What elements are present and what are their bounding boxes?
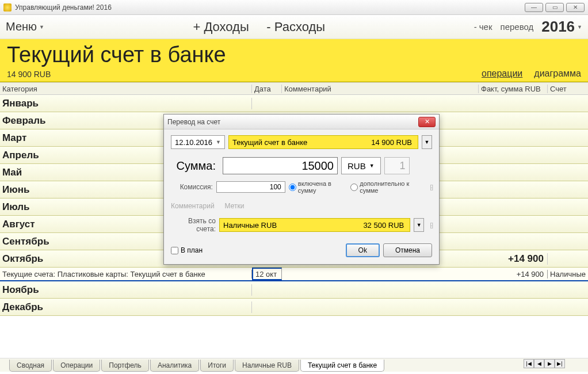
month-row[interactable]: Декабрь xyxy=(0,299,588,316)
bottom-tab[interactable]: Наличные RUB xyxy=(235,360,299,372)
transaction-row[interactable]: Текущие счета: Пластиковые карты: Текущи… xyxy=(0,268,588,281)
chevron-down-icon: ▼ xyxy=(39,24,44,30)
transfer-button[interactable]: перевод xyxy=(501,22,534,32)
tx-account: Наличные xyxy=(548,270,588,278)
tab-scroll-controls: |◀ ◀ ▶ ▶| xyxy=(524,359,565,368)
main-toolbar: Меню ▼ + Доходы - Расходы - чек перевод … xyxy=(0,15,588,39)
grid-header: Категория Дата Комментарий Факт, сумма R… xyxy=(0,82,588,95)
bottom-tab[interactable]: Операции xyxy=(53,360,100,372)
bottom-tab[interactable]: Итоги xyxy=(200,360,234,372)
app-icon xyxy=(3,3,12,12)
radio-included-input[interactable] xyxy=(289,184,296,191)
currency-select[interactable]: RUB ▼ xyxy=(341,157,381,174)
account-balance: 14 900 RUB xyxy=(7,70,51,79)
bottom-tab[interactable]: Сводная xyxy=(9,360,52,372)
toolbar-center: + Доходы - Расходы xyxy=(44,20,474,35)
month-row[interactable]: Январь xyxy=(0,95,588,112)
to-account-name: Текущий счет в банке xyxy=(232,138,307,147)
account-name: Текущий счет в банке xyxy=(7,43,581,67)
app-title: Управляющий деньгами! 2016 xyxy=(15,3,112,12)
tab-chart[interactable]: диаграмма xyxy=(534,68,581,79)
from-account-balance: 32 500 RUB xyxy=(363,221,404,230)
col-category: Категория xyxy=(0,85,252,93)
close-window-button[interactable]: ✕ xyxy=(566,3,585,12)
tab-scroll-next[interactable]: ▶ xyxy=(544,359,555,368)
tab-scroll-prev[interactable]: ◀ xyxy=(534,359,544,368)
cancel-button[interactable]: Отмена xyxy=(383,243,432,257)
plan-checkbox-label: В план xyxy=(181,246,203,254)
month-name: Январь xyxy=(0,98,252,109)
sum-input[interactable] xyxy=(223,157,338,174)
month-fact: +14 900 xyxy=(479,253,548,265)
year-label: 2016 xyxy=(541,18,575,36)
radio-additional-label: дополнительно к сумме xyxy=(360,180,424,194)
income-button[interactable]: + Доходы xyxy=(193,20,249,34)
tab-operations[interactable]: операции xyxy=(482,68,522,79)
from-account-select[interactable]: Наличные RUB 32 500 RUB xyxy=(219,218,410,232)
bottom-tab[interactable]: Портфель xyxy=(101,360,149,372)
chevron-down-icon: ▼ xyxy=(577,24,582,30)
quantity-input[interactable] xyxy=(384,157,410,174)
date-picker[interactable]: 12.10.2016 ▼ xyxy=(171,135,225,149)
col-account: Счет xyxy=(548,85,588,93)
radio-additional-input[interactable] xyxy=(350,184,358,191)
month-name: Ноябрь xyxy=(0,284,252,296)
date-value: 12.10.2016 xyxy=(175,138,212,147)
sum-label: Сумма: xyxy=(171,159,216,173)
currency-label: RUB xyxy=(348,161,366,171)
tab-scroll-last[interactable]: ▶| xyxy=(555,359,565,368)
dialog-title: Перевод на счет xyxy=(167,118,220,126)
bottom-tab[interactable]: Аналитика xyxy=(150,360,199,372)
minimize-button[interactable]: — xyxy=(525,3,543,12)
check-button[interactable]: - чек xyxy=(474,22,492,32)
from-label: Взять со счета: xyxy=(171,217,216,233)
radio-additional[interactable]: дополнительно к сумме xyxy=(350,180,424,194)
from-account-dropdown[interactable]: ▼ xyxy=(414,218,424,232)
commission-label: Комиссия: xyxy=(171,183,213,191)
to-account-select[interactable]: Текущий счет в банке 14 900 RUB xyxy=(228,135,418,149)
radio-included[interactable]: включена в сумму xyxy=(289,180,348,194)
menu-label: Меню xyxy=(6,20,37,33)
dialog-close-button[interactable]: ✕ xyxy=(418,117,436,127)
radio-included-label: включена в сумму xyxy=(298,180,348,194)
expand-icon[interactable]: [-] xyxy=(430,184,432,190)
tx-date: 12 окт xyxy=(252,268,282,280)
chevron-down-icon: ▼ xyxy=(216,139,221,145)
plan-checkbox-input[interactable] xyxy=(171,247,178,254)
bottom-tab[interactable]: Текущий счет в банке xyxy=(300,360,384,372)
from-account-name: Наличные RUB xyxy=(223,221,277,230)
comment-link[interactable]: Комментарий xyxy=(171,202,215,210)
tags-link[interactable]: Метки xyxy=(225,202,245,210)
account-header: Текущий счет в банке 14 900 RUB операции… xyxy=(0,39,588,82)
dialog-titlebar: Перевод на счет ✕ xyxy=(164,115,439,129)
expense-button[interactable]: - Расходы xyxy=(266,20,325,34)
bottom-tabs: СводнаяОперацииПортфельАналитикаИтогиНал… xyxy=(0,358,588,372)
tx-category: Текущие счета: Пластиковые карты: Текущи… xyxy=(0,270,252,278)
menu-button[interactable]: Меню ▼ xyxy=(6,20,44,33)
year-selector[interactable]: 2016 ▼ xyxy=(541,18,582,36)
plan-checkbox[interactable]: В план xyxy=(171,246,203,254)
window-titlebar: Управляющий деньгами! 2016 — ▭ ✕ xyxy=(0,0,588,15)
to-account-dropdown[interactable]: ▼ xyxy=(422,135,432,149)
transfer-dialog: Перевод на счет ✕ 12.10.2016 ▼ Текущий с… xyxy=(163,114,440,265)
maximize-button[interactable]: ▭ xyxy=(545,3,564,12)
tx-fact: +14 900 xyxy=(479,270,548,278)
to-account-balance: 14 900 RUB xyxy=(371,138,412,147)
tab-scroll-first[interactable]: |◀ xyxy=(524,359,534,368)
month-row[interactable]: Ноябрь xyxy=(0,281,588,299)
col-comment: Комментарий xyxy=(282,85,479,93)
ok-button[interactable]: Ok xyxy=(346,243,380,257)
col-date: Дата xyxy=(252,85,282,93)
expand-icon[interactable]: [-] xyxy=(430,222,432,228)
chevron-down-icon: ▼ xyxy=(369,163,375,169)
commission-input[interactable] xyxy=(216,181,285,193)
month-name: Декабрь xyxy=(0,302,252,313)
col-fact: Факт, сумма RUB xyxy=(479,85,548,93)
